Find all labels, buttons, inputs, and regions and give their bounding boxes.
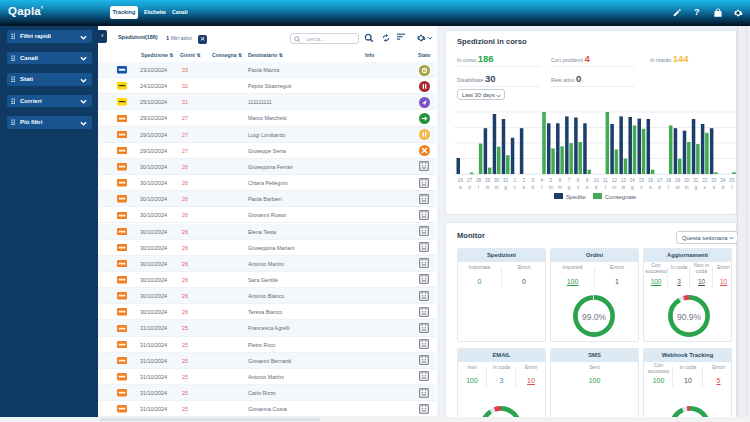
svg-text:24: 24 — [720, 178, 726, 183]
svg-text:s: s — [523, 185, 526, 190]
svg-text:2: 2 — [522, 178, 525, 183]
svg-text:20: 20 — [684, 178, 690, 183]
svg-text:m: m — [621, 185, 625, 190]
svg-text:99.0%: 99.0% — [582, 312, 607, 322]
svg-text:29: 29 — [485, 178, 491, 183]
svg-text:m: m — [495, 185, 499, 190]
svg-text:m: m — [676, 185, 680, 190]
svg-text:m: m — [558, 185, 562, 190]
svg-text:g: g — [631, 185, 634, 190]
svg-text:28: 28 — [476, 178, 482, 183]
svg-text:1: 1 — [513, 178, 516, 183]
svg-text:16: 16 — [648, 178, 654, 183]
svg-text:19: 19 — [675, 178, 681, 183]
svg-text:23: 23 — [711, 178, 717, 183]
svg-text:d: d — [595, 185, 598, 190]
svg-text:v: v — [704, 185, 707, 190]
svg-text:9: 9 — [586, 178, 589, 183]
svg-text:s: s — [713, 185, 716, 190]
svg-text:s: s — [586, 185, 589, 190]
svg-text:27: 27 — [467, 178, 473, 183]
svg-text:m: m — [486, 185, 490, 190]
svg-text:m: m — [612, 185, 616, 190]
svg-text:4: 4 — [541, 178, 544, 183]
svg-text:s: s — [649, 185, 652, 190]
svg-text:v: v — [640, 185, 643, 190]
svg-text:d: d — [722, 185, 725, 190]
svg-text:l: l — [731, 185, 732, 190]
svg-text:l: l — [541, 185, 542, 190]
svg-text:d: d — [532, 185, 535, 190]
svg-text:l: l — [605, 185, 606, 190]
svg-text:m: m — [685, 185, 689, 190]
svg-text:10: 10 — [594, 178, 600, 183]
svg-text:v: v — [577, 185, 580, 190]
svg-text:l: l — [668, 185, 669, 190]
svg-text:11: 11 — [603, 178, 608, 183]
svg-text:m: m — [549, 185, 553, 190]
svg-text:14: 14 — [630, 178, 636, 183]
svg-text:21: 21 — [693, 178, 699, 183]
svg-text:90.9%: 90.9% — [677, 312, 702, 322]
svg-text:30: 30 — [494, 178, 500, 183]
svg-text:31: 31 — [503, 178, 509, 183]
svg-text:6: 6 — [559, 178, 562, 183]
svg-text:17: 17 — [657, 178, 663, 183]
svg-text:l: l — [478, 185, 479, 190]
svg-text:d: d — [468, 185, 471, 190]
svg-text:5: 5 — [550, 178, 553, 183]
svg-text:3: 3 — [532, 178, 535, 183]
svg-text:18: 18 — [666, 178, 672, 183]
svg-text:g: g — [694, 185, 697, 190]
svg-text:7: 7 — [568, 178, 571, 183]
svg-text:12: 12 — [612, 178, 618, 183]
svg-text:g: g — [504, 185, 507, 190]
svg-text:s: s — [459, 185, 462, 190]
svg-text:25: 25 — [729, 178, 735, 183]
svg-text:22: 22 — [702, 178, 708, 183]
svg-text:15: 15 — [639, 178, 645, 183]
svg-text:13: 13 — [621, 178, 627, 183]
svg-text:g: g — [568, 185, 571, 190]
svg-text:8: 8 — [577, 178, 580, 183]
svg-text:v: v — [514, 185, 517, 190]
svg-text:d: d — [658, 185, 661, 190]
svg-text:26: 26 — [458, 178, 464, 183]
